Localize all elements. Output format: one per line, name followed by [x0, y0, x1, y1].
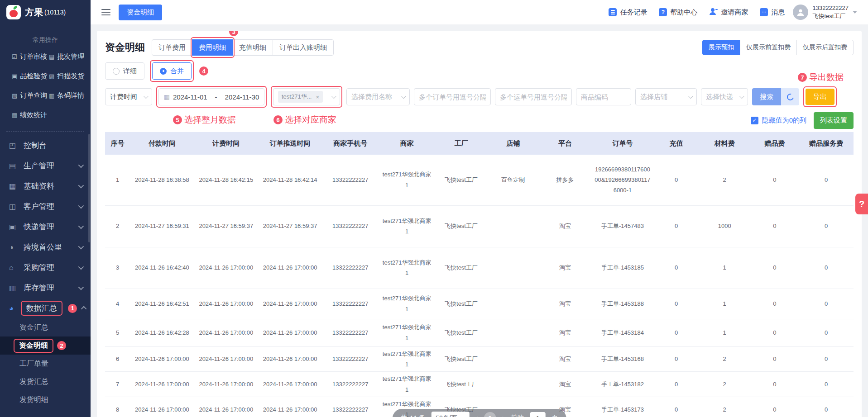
current-page[interactable]: 1	[484, 412, 496, 417]
tab-费用明细[interactable]: 费用明细	[192, 39, 233, 56]
quick-op-scan-ship[interactable]: ▨扫描发货	[49, 72, 86, 81]
topbar-link-help-center[interactable]: ?帮助中心	[659, 8, 697, 17]
sidebar-subitem-ship-detail[interactable]: 发货明细	[0, 391, 91, 409]
date-end: 2024-11-30	[225, 93, 259, 101]
quick-op-quality-check[interactable]: ▣品检验货	[12, 72, 49, 81]
production-icon: ▤	[9, 161, 18, 170]
filter-order-ids-input[interactable]	[414, 88, 491, 105]
table-cell: test271华强北商家1	[379, 289, 435, 319]
page-size-select[interactable]: 50条/页	[431, 412, 469, 417]
sidebar-item-express[interactable]: ▣快递管理	[0, 217, 91, 237]
toggle-展示预扣[interactable]: 展示预扣	[702, 40, 740, 55]
menu-label: 控制台	[24, 140, 47, 151]
quick-op-order-audit[interactable]: ☑订单审核	[12, 52, 49, 61]
prev-page-button[interactable]: ‹	[475, 413, 478, 417]
pagination-bar: 共 44 条 50条/页 ‹ 1 › 前往 1 页	[392, 409, 566, 417]
sidebar-subitem-factory-orders[interactable]: 工厂单量	[0, 355, 91, 373]
chevron-down-icon	[78, 284, 84, 290]
annotation-badge-1: 1	[68, 304, 77, 313]
sidebar-item-data-summary[interactable]: ◕数据汇总1	[0, 298, 91, 318]
table-header-cell: 付款时间	[130, 132, 194, 155]
filter-express-select[interactable]: 选择快递	[701, 88, 748, 105]
filter-product-code-input[interactable]	[576, 88, 631, 105]
sidebar-item-production[interactable]: ▤生产管理	[0, 156, 91, 176]
table-cell: 2024-11-26 17:00:00	[194, 397, 258, 417]
sidebar-subitem-fund-summary[interactable]: 资金汇总	[0, 318, 91, 336]
sidebar-scrollbar[interactable]	[88, 134, 90, 242]
chevron-down-icon	[144, 94, 149, 99]
filter-fee-name-select[interactable]: 选择费用名称	[346, 88, 410, 105]
sidebar-item-cross-border[interactable]: ◑跨境首公里	[0, 237, 91, 257]
tab-充值明细[interactable]: 充值明细	[232, 39, 273, 56]
goto-page-input[interactable]: 1	[530, 412, 546, 417]
table-cell: 13322222227	[322, 247, 379, 289]
table-header-cell: 序号	[105, 132, 130, 155]
sidebar-item-purchase[interactable]: ⌂采购管理	[0, 257, 91, 278]
filter-shop-select[interactable]: 选择店铺	[635, 88, 697, 105]
table-cell	[487, 346, 539, 372]
menu-label: 采购管理	[24, 262, 54, 273]
sidebar-item-inventory[interactable]: ▥库存管理	[0, 278, 91, 298]
topbar-link-task-log[interactable]: 任务记录	[609, 8, 647, 17]
page-size-value: 50条/页	[436, 414, 457, 417]
annotation-badge-5: 5	[173, 115, 182, 124]
user-phone: 13322222227	[812, 5, 849, 11]
submenu-label: 资金汇总	[19, 323, 48, 332]
quick-op-barcode-detail[interactable]: ▥条码详情	[49, 91, 86, 100]
table-settings-button[interactable]: 列表设置	[814, 112, 854, 129]
table-row: 12024-11-28 16:38:582024-11-28 16:42:152…	[105, 155, 854, 205]
help-fab-button[interactable]: ?	[855, 194, 868, 214]
quick-op-order-query[interactable]: ▧订单查询	[12, 91, 49, 100]
merchant-tag-label: test271华...	[282, 93, 312, 101]
table-cell: 0	[799, 397, 854, 417]
topbar: 资金明细 任务记录?帮助中心邀请商家···消息 13322222227 飞快te…	[91, 0, 868, 24]
remove-tag-icon[interactable]: ×	[316, 94, 319, 100]
toggle-仅展示后置扣费[interactable]: 仅展示后置扣费	[796, 40, 854, 55]
table-cell: 2024-11-26 17:00:00	[258, 397, 322, 417]
table-cell: 1	[699, 289, 751, 319]
performance-stats-icon: ▦	[12, 112, 17, 118]
page-unit-label: 页	[551, 414, 558, 417]
filter-date-range[interactable]: ▦2024-11-01-2024-11-30	[158, 88, 264, 105]
sidebar-item-customer[interactable]: ◫客户管理	[0, 196, 91, 217]
collapse-menu-icon[interactable]	[101, 9, 110, 15]
refresh-button[interactable]	[781, 88, 799, 105]
sidebar-item-base-data[interactable]: ▦基础资料	[0, 176, 91, 196]
table-cell: 2024-11-26 17:00:00	[194, 346, 258, 372]
sidebar-item-console[interactable]: ◰控制台	[0, 135, 91, 156]
filter-merchant-select[interactable]: test271华...×	[273, 88, 340, 105]
tools-row: 5 选择整月数据 6 选择对应商家 ✓ 隐藏值为0的列 列表设置	[105, 112, 854, 128]
tab-订单费用[interactable]: 订单费用	[152, 39, 192, 56]
hide-zero-checkbox[interactable]: ✓ 隐藏值为0的列	[751, 116, 806, 125]
radio-合并[interactable]: 合并	[152, 62, 192, 80]
next-page-button[interactable]: ›	[502, 413, 505, 417]
topbar-link-label: 任务记录	[620, 8, 647, 17]
submenu-label: 资金明细	[19, 341, 48, 349]
sidebar-menu: ◰控制台▤生产管理▦基础资料◫客户管理▣快递管理◑跨境首公里⌂采购管理▥库存管理…	[0, 135, 91, 417]
tab-订单出入账明细[interactable]: 订单出入账明细	[273, 39, 334, 56]
quick-op-batch-manage[interactable]: ▤批次管理	[49, 52, 86, 61]
search-button[interactable]: 搜索	[752, 88, 781, 105]
sidebar-subitem-fund-detail[interactable]: 资金明细2	[0, 336, 91, 355]
order-audit-icon: ☑	[12, 53, 17, 60]
quick-op-label: 扫描发货	[57, 72, 84, 81]
app-logo[interactable]: 方果 (10113)	[0, 0, 91, 24]
table-cell: 13322222227	[322, 319, 379, 346]
filter-waybill-ids-input[interactable]	[495, 88, 572, 105]
user-menu[interactable]: 13322222227 飞快test工厂	[793, 4, 857, 20]
filter-billing-time-select[interactable]: 计费时间	[105, 88, 152, 105]
radio-详细[interactable]: 详细	[105, 62, 144, 80]
hide-zero-label: 隐藏值为0的列	[762, 116, 806, 125]
annotation-frame-filter: test271华...×	[271, 86, 342, 108]
topbar-link-message[interactable]: ···消息	[760, 8, 785, 17]
open-page-tab[interactable]: 资金明细	[119, 5, 162, 20]
quick-op-performance-stats[interactable]: ▦绩效统计	[12, 111, 49, 119]
table-cell	[487, 319, 539, 346]
table-cell: 手工单-1453188	[591, 289, 654, 319]
sidebar-subitem-ship-summary[interactable]: 发货汇总	[0, 373, 91, 391]
table-cell: 飞快test工厂	[435, 205, 487, 247]
toggle-仅展示前置扣费[interactable]: 仅展示前置扣费	[740, 40, 797, 55]
export-button[interactable]: 导出	[806, 89, 834, 105]
table-cell: 0	[751, 372, 799, 397]
topbar-link-invite-merchant[interactable]: 邀请商家	[709, 8, 748, 17]
